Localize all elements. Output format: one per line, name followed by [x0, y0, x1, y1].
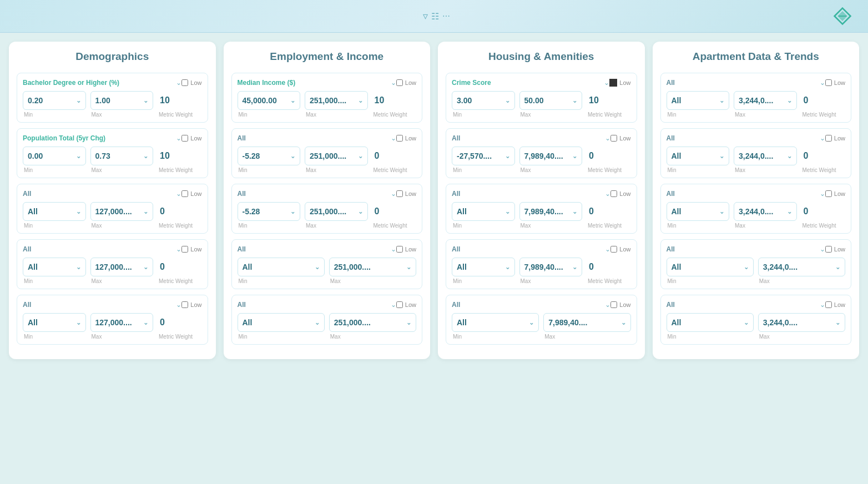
low-checkbox-employment-4[interactable]	[396, 301, 403, 308]
filter-chevron-icon-demographics-1[interactable]: ⌄	[176, 134, 181, 142]
min-input-demographics-1[interactable]: 0.00⌄	[23, 147, 86, 165]
max-input-demographics-1[interactable]: 0.73⌄	[90, 147, 154, 165]
min-chevron-icon-apartment-1[interactable]: ⌄	[719, 153, 724, 160]
filter-chevron-icon-apartment-2[interactable]: ⌄	[820, 190, 825, 198]
low-checkbox-apartment-2[interactable]	[825, 190, 832, 197]
filter-chevron-icon-housing-3[interactable]: ⌄	[605, 245, 610, 253]
filter-chevron-icon-demographics-2[interactable]: ⌄	[176, 190, 181, 198]
low-group-demographics-2[interactable]: Low	[181, 190, 201, 197]
low-checkbox-demographics-4[interactable]	[181, 301, 188, 308]
low-checkbox-demographics-2[interactable]	[181, 190, 188, 197]
low-group-housing-3[interactable]: Low	[610, 246, 630, 253]
min-chevron-icon-housing-1[interactable]: ⌄	[505, 153, 510, 160]
low-group-housing-1[interactable]: Low	[610, 135, 630, 142]
low-checkbox-demographics-0[interactable]	[181, 79, 188, 86]
min-input-housing-3[interactable]: All⌄	[452, 258, 515, 276]
low-group-apartment-1[interactable]: Low	[825, 135, 845, 142]
filter-chevron-icon-demographics-3[interactable]: ⌄	[176, 245, 181, 253]
min-chevron-icon-demographics-0[interactable]: ⌄	[76, 97, 81, 104]
max-chevron-icon-employment-1[interactable]: ⌄	[358, 153, 363, 160]
max-input-employment-2[interactable]: 251,000....⌄	[305, 202, 368, 221]
max-input-employment-1[interactable]: 251,000....⌄	[305, 147, 368, 165]
low-checkbox-apartment-4[interactable]	[825, 301, 832, 308]
filter-chevron-icon-employment-2[interactable]: ⌄	[391, 190, 396, 198]
max-input-apartment-1[interactable]: 3,244,0....⌄	[734, 147, 797, 165]
max-input-housing-3[interactable]: 7,989,40....⌄	[519, 258, 583, 276]
filter-chevron-icon-apartment-4[interactable]: ⌄	[820, 301, 825, 309]
max-chevron-icon-employment-4[interactable]: ⌄	[406, 319, 411, 326]
max-chevron-icon-employment-3[interactable]: ⌄	[406, 264, 411, 271]
max-chevron-icon-housing-1[interactable]: ⌄	[572, 153, 577, 160]
low-checkbox-housing-2[interactable]	[610, 190, 617, 197]
filter-chevron-icon-apartment-1[interactable]: ⌄	[820, 134, 825, 142]
max-input-apartment-0[interactable]: 3,244,0....⌄	[734, 91, 797, 110]
low-checkbox-housing-3[interactable]	[610, 246, 617, 253]
min-input-apartment-3[interactable]: All⌄	[667, 258, 754, 276]
max-chevron-icon-demographics-2[interactable]: ⌄	[143, 208, 148, 215]
min-chevron-icon-housing-3[interactable]: ⌄	[505, 264, 510, 271]
low-group-employment-3[interactable]: Low	[396, 246, 416, 253]
low-group-housing-4[interactable]: Low	[610, 301, 630, 308]
max-input-apartment-4[interactable]: 3,244,0....⌄	[758, 313, 845, 332]
low-group-housing-2[interactable]: Low	[610, 190, 630, 197]
min-chevron-icon-employment-4[interactable]: ⌄	[315, 319, 320, 326]
low-checkbox-apartment-1[interactable]	[825, 135, 832, 142]
min-chevron-icon-demographics-1[interactable]: ⌄	[76, 153, 81, 160]
max-chevron-icon-apartment-1[interactable]: ⌄	[787, 153, 792, 160]
min-input-demographics-3[interactable]: All⌄	[23, 258, 86, 276]
low-checkbox-apartment-0[interactable]	[825, 79, 832, 86]
min-input-apartment-1[interactable]: All⌄	[667, 147, 730, 165]
header-icons[interactable]: ▿ ☷ ⋯	[423, 10, 450, 22]
min-chevron-icon-apartment-0[interactable]: ⌄	[719, 97, 724, 104]
filter-chevron-icon-housing-4[interactable]: ⌄	[605, 301, 610, 309]
low-group-apartment-3[interactable]: Low	[825, 246, 845, 253]
max-chevron-icon-employment-0[interactable]: ⌄	[358, 97, 363, 104]
max-input-demographics-0[interactable]: 1.00⌄	[90, 91, 154, 110]
min-input-employment-4[interactable]: All⌄	[238, 313, 325, 332]
low-group-employment-2[interactable]: Low	[396, 190, 416, 197]
low-group-apartment-0[interactable]: Low	[825, 79, 845, 86]
min-chevron-icon-employment-0[interactable]: ⌄	[290, 97, 295, 104]
min-input-demographics-2[interactable]: All⌄	[23, 202, 86, 221]
min-input-apartment-4[interactable]: All⌄	[667, 313, 754, 332]
min-input-demographics-0[interactable]: 0.20⌄	[23, 91, 86, 110]
low-group-apartment-2[interactable]: Low	[825, 190, 845, 197]
min-chevron-icon-housing-2[interactable]: ⌄	[505, 208, 510, 215]
low-group-demographics-1[interactable]: Low	[181, 135, 201, 142]
max-chevron-icon-demographics-0[interactable]: ⌄	[143, 97, 148, 104]
max-input-housing-0[interactable]: 50.00⌄	[519, 91, 583, 110]
filter-chevron-icon-apartment-0[interactable]: ⌄	[820, 79, 825, 87]
max-input-demographics-4[interactable]: 127,000....⌄	[90, 313, 154, 332]
max-chevron-icon-employment-2[interactable]: ⌄	[358, 208, 363, 215]
max-input-housing-2[interactable]: 7,989,40....⌄	[519, 202, 583, 221]
min-chevron-icon-employment-1[interactable]: ⌄	[290, 153, 295, 160]
min-chevron-icon-employment-3[interactable]: ⌄	[315, 264, 320, 271]
min-chevron-icon-apartment-4[interactable]: ⌄	[744, 319, 749, 326]
filter-chevron-icon-employment-0[interactable]: ⌄	[391, 79, 396, 87]
max-chevron-icon-housing-0[interactable]: ⌄	[572, 97, 577, 104]
filter-chevron-icon-housing-2[interactable]: ⌄	[605, 190, 610, 198]
low-checkbox-employment-2[interactable]	[396, 190, 403, 197]
max-chevron-icon-apartment-2[interactable]: ⌄	[787, 208, 792, 215]
min-chevron-icon-apartment-3[interactable]: ⌄	[744, 264, 749, 271]
min-input-demographics-4[interactable]: All⌄	[23, 313, 86, 332]
max-chevron-icon-housing-4[interactable]: ⌄	[621, 319, 626, 326]
filter-chevron-icon-apartment-3[interactable]: ⌄	[820, 245, 825, 253]
max-input-employment-3[interactable]: 251,000....⌄	[329, 258, 416, 276]
max-chevron-icon-apartment-0[interactable]: ⌄	[787, 97, 792, 104]
max-input-demographics-2[interactable]: 127,000....⌄	[90, 202, 154, 221]
low-checkbox-housing-1[interactable]	[610, 135, 617, 142]
max-chevron-icon-housing-3[interactable]: ⌄	[572, 264, 577, 271]
low-checkbox-apartment-3[interactable]	[825, 246, 832, 253]
filter-chevron-icon-housing-1[interactable]: ⌄	[605, 134, 610, 142]
min-input-apartment-2[interactable]: All⌄	[667, 202, 730, 221]
low-group-demographics-4[interactable]: Low	[181, 301, 201, 308]
max-input-employment-0[interactable]: 251,000....⌄	[305, 91, 368, 110]
max-input-apartment-2[interactable]: 3,244,0....⌄	[734, 202, 797, 221]
min-input-apartment-0[interactable]: All⌄	[667, 91, 730, 110]
min-input-housing-2[interactable]: All⌄	[452, 202, 515, 221]
max-chevron-icon-apartment-4[interactable]: ⌄	[835, 319, 840, 326]
filter-chevron-icon-employment-1[interactable]: ⌄	[391, 134, 396, 142]
low-group-apartment-4[interactable]: Low	[825, 301, 845, 308]
filter-chevron-icon-demographics-0[interactable]: ⌄	[176, 79, 181, 87]
